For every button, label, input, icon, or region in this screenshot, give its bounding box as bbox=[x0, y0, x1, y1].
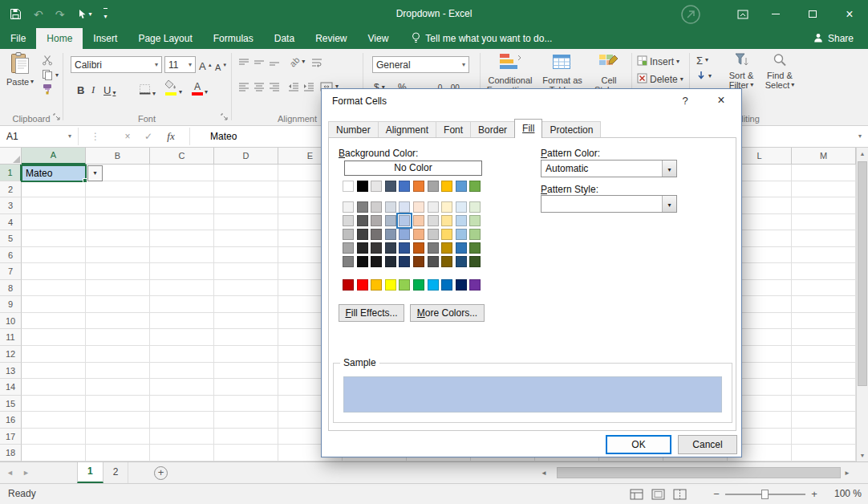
undo-icon[interactable]: ↶ bbox=[34, 8, 43, 21]
cell-M3[interactable] bbox=[792, 197, 856, 214]
font-color-button[interactable]: A ▾ bbox=[192, 79, 208, 96]
vertical-scroll-thumb[interactable] bbox=[858, 161, 867, 386]
cell-C11[interactable] bbox=[150, 329, 214, 346]
align-right-button[interactable] bbox=[267, 79, 282, 94]
ribbon-tab-home[interactable]: Home bbox=[36, 28, 83, 49]
cell-C14[interactable] bbox=[150, 379, 214, 396]
cell-A11[interactable] bbox=[22, 329, 86, 346]
cell-D17[interactable] bbox=[214, 429, 278, 445]
column-header-c[interactable]: C bbox=[150, 148, 214, 165]
cell-A16[interactable] bbox=[22, 412, 86, 429]
ribbon-tab-page-layout[interactable]: Page Layout bbox=[128, 28, 202, 49]
cut-button[interactable] bbox=[40, 54, 55, 68]
row-header-4[interactable]: 4 bbox=[0, 214, 22, 231]
color-swatch[interactable] bbox=[357, 181, 368, 192]
new-sheet-button[interactable]: + bbox=[154, 466, 168, 480]
color-swatch[interactable] bbox=[469, 279, 481, 291]
row-header-9[interactable]: 9 bbox=[0, 296, 22, 313]
color-swatch[interactable] bbox=[469, 229, 481, 240]
color-swatch[interactable] bbox=[469, 201, 481, 213]
cell-M12[interactable] bbox=[792, 346, 856, 363]
color-swatch[interactable] bbox=[456, 279, 467, 291]
decrease-indent-button[interactable] bbox=[286, 79, 301, 94]
column-header-a[interactable]: A bbox=[22, 148, 86, 165]
color-swatch[interactable] bbox=[456, 201, 467, 213]
touch-mouse-mode-icon[interactable]: ▾ bbox=[76, 9, 91, 20]
column-header-d[interactable]: D bbox=[214, 148, 278, 165]
color-swatch[interactable] bbox=[441, 279, 452, 291]
horizontal-scroll-thumb[interactable] bbox=[557, 467, 841, 478]
name-box[interactable]: A1 ▾ bbox=[0, 126, 77, 147]
color-swatch[interactable] bbox=[343, 181, 354, 192]
format-painter-button[interactable] bbox=[40, 83, 55, 97]
cell-A5[interactable] bbox=[22, 230, 86, 247]
cell-B15[interactable] bbox=[86, 396, 150, 413]
color-swatch[interactable] bbox=[428, 201, 439, 213]
sheet-tab-2[interactable]: 2 bbox=[103, 462, 129, 483]
increase-indent-button[interactable] bbox=[302, 79, 316, 94]
normal-view-button[interactable] bbox=[626, 486, 647, 502]
share-button[interactable]: Share bbox=[813, 28, 854, 49]
color-swatch[interactable] bbox=[399, 215, 410, 226]
color-swatch[interactable] bbox=[385, 229, 396, 240]
dialog-tab-protection[interactable]: Protection bbox=[541, 121, 601, 138]
cell-M10[interactable] bbox=[792, 313, 856, 330]
more-colors-button[interactable]: More Colors... bbox=[410, 304, 485, 322]
dialog-tab-font[interactable]: Font bbox=[436, 121, 471, 138]
cell-M14[interactable] bbox=[792, 379, 856, 396]
formula-input[interactable]: Mateo bbox=[193, 126, 237, 147]
cell-D12[interactable] bbox=[214, 346, 278, 363]
color-swatch[interactable] bbox=[428, 279, 439, 291]
cell-B5[interactable] bbox=[86, 230, 150, 247]
cell-D18[interactable] bbox=[214, 445, 278, 461]
cell-A13[interactable] bbox=[22, 363, 86, 380]
select-all-corner[interactable] bbox=[0, 148, 22, 165]
color-swatch[interactable] bbox=[371, 256, 382, 267]
color-swatch[interactable] bbox=[428, 215, 439, 226]
sheet-tab-1[interactable]: 1 bbox=[77, 462, 103, 483]
color-swatch[interactable] bbox=[343, 279, 354, 291]
page-break-view-button[interactable] bbox=[669, 486, 690, 502]
row-header-15[interactable]: 15 bbox=[0, 396, 22, 413]
ribbon-tab-view[interactable]: View bbox=[358, 28, 400, 49]
row-header-17[interactable]: 17 bbox=[0, 429, 22, 445]
color-swatch[interactable] bbox=[357, 256, 368, 267]
align-bottom-button[interactable] bbox=[267, 55, 282, 70]
ribbon-tab-review[interactable]: Review bbox=[305, 28, 357, 49]
ribbon-tab-insert[interactable]: Insert bbox=[83, 28, 128, 49]
cell-M4[interactable] bbox=[792, 214, 856, 231]
color-swatch[interactable] bbox=[399, 242, 410, 254]
cell-M7[interactable] bbox=[792, 263, 856, 280]
color-swatch[interactable] bbox=[441, 215, 452, 226]
pattern-style-combobox[interactable]: ▾ bbox=[541, 195, 677, 213]
color-swatch[interactable] bbox=[469, 215, 481, 226]
decrease-font-size-button[interactable]: A▼ bbox=[215, 56, 227, 72]
ribbon-tab-formulas[interactable]: Formulas bbox=[203, 28, 264, 49]
color-swatch[interactable] bbox=[413, 279, 424, 291]
cell-M1[interactable] bbox=[792, 165, 856, 181]
align-top-button[interactable] bbox=[237, 55, 251, 70]
cell-B18[interactable] bbox=[86, 445, 150, 461]
cell-A14[interactable] bbox=[22, 379, 86, 396]
cell-C15[interactable] bbox=[150, 396, 214, 413]
color-swatch[interactable] bbox=[399, 181, 410, 192]
cell-D4[interactable] bbox=[214, 214, 278, 231]
chevron-down-icon[interactable]: ▾ bbox=[662, 161, 676, 177]
cell-D3[interactable] bbox=[214, 197, 278, 214]
color-swatch[interactable] bbox=[441, 201, 452, 213]
cell-D6[interactable] bbox=[214, 247, 278, 264]
cell-C5[interactable] bbox=[150, 230, 214, 247]
color-swatch[interactable] bbox=[385, 279, 396, 291]
cell-D1[interactable] bbox=[214, 165, 278, 181]
cell-A18[interactable] bbox=[22, 445, 86, 461]
save-icon[interactable] bbox=[10, 8, 22, 20]
number-format-combobox[interactable]: General▾ bbox=[372, 56, 469, 73]
dialog-tab-fill[interactable]: Fill bbox=[514, 119, 542, 138]
expand-formula-bar-icon[interactable]: ▾ bbox=[854, 126, 866, 147]
color-swatch[interactable] bbox=[456, 181, 467, 192]
cell-A9[interactable] bbox=[22, 296, 86, 313]
cell-C8[interactable] bbox=[150, 280, 214, 297]
ribbon-tab-data[interactable]: Data bbox=[264, 28, 305, 49]
cell-A17[interactable] bbox=[22, 429, 86, 445]
color-swatch[interactable] bbox=[428, 242, 439, 254]
